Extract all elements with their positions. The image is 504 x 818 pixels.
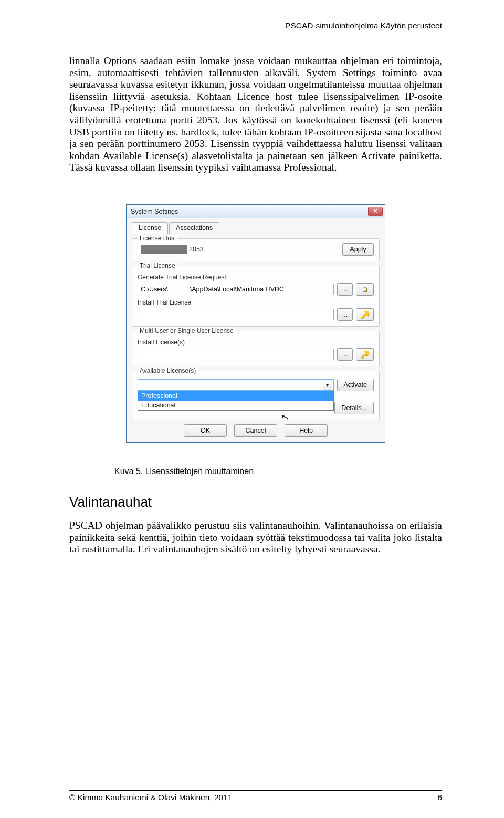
install-trial-input[interactable]	[138, 309, 334, 320]
ip-masked	[141, 245, 187, 254]
trial-generate-button[interactable]: 🗎	[356, 283, 374, 296]
install-licenses-browse-button[interactable]: ...	[337, 348, 353, 361]
multi-user-legend: Multi-User or Single User License	[138, 327, 236, 334]
ok-button[interactable]: OK	[184, 424, 227, 437]
option-educational[interactable]: Educational	[138, 401, 333, 410]
license-host-value: 2053	[189, 246, 204, 253]
figure-caption: Kuva 5. Lisenssitietojen muuttaminen	[114, 467, 442, 476]
section-paragraph: PSCAD ohjelman päävalikko perustuu siis …	[69, 520, 442, 555]
chevron-down-icon: ▾	[323, 381, 332, 390]
close-button[interactable]: ✕	[368, 207, 383, 216]
header-rule	[69, 33, 442, 33]
option-professional[interactable]: Professional	[138, 391, 333, 401]
cancel-button[interactable]: Cancel	[234, 424, 277, 437]
trial-license-group: Trial License Generate Trial License Req…	[132, 266, 380, 327]
tab-bar: License Associations	[132, 222, 380, 234]
section-heading: Valintanauhat	[69, 494, 442, 510]
install-licenses-label: Install License(s)	[138, 339, 374, 346]
available-licenses-group: Available License(s) ▾ Professional Educ…	[132, 371, 380, 420]
body-paragraph: linnalla Options saadaan esiin lomake jo…	[69, 55, 442, 174]
trial-license-legend: Trial License	[138, 262, 177, 269]
license-select[interactable]: ▾ Professional Educational ↖	[138, 379, 334, 391]
install-licenses-input[interactable]	[138, 349, 334, 360]
tab-associations[interactable]: Associations	[169, 222, 219, 234]
system-settings-dialog: System Settings ✕ License Associations L…	[126, 204, 385, 443]
activate-button[interactable]: Activate	[337, 379, 374, 391]
install-trial-key-button[interactable]: 🔑	[356, 308, 374, 321]
footer-left: © Kimmo Kauhaniemi & Olavi Mäkinen, 2011	[69, 793, 232, 802]
key-icon: 🔑	[361, 311, 370, 318]
generate-trial-label: Generate Trial License Request	[138, 274, 374, 281]
dialog-titlebar[interactable]: System Settings ✕	[127, 205, 385, 218]
license-host-input[interactable]: 2053	[138, 244, 339, 255]
trial-browse-button[interactable]: ...	[337, 283, 353, 296]
available-licenses-legend: Available License(s)	[138, 367, 198, 374]
page-header: PSCAD-simulointiohjelma Käytön perusteet	[69, 21, 442, 30]
install-trial-browse-button[interactable]: ...	[337, 308, 353, 321]
page-footer: © Kimmo Kauhaniemi & Olavi Mäkinen, 2011…	[69, 790, 442, 802]
footer-right: 6	[437, 793, 442, 802]
details-button[interactable]: Details...	[334, 402, 374, 414]
multi-user-group: Multi-User or Single User License Instal…	[132, 331, 380, 366]
document-icon: 🗎	[361, 286, 369, 293]
footer-rule	[69, 790, 442, 791]
license-host-legend: License Host	[138, 235, 178, 242]
help-button[interactable]: Help	[285, 424, 328, 437]
install-trial-label: Install Trial License	[138, 299, 374, 306]
install-licenses-key-button[interactable]: 🔑	[356, 348, 374, 361]
trial-path-input[interactable]	[138, 284, 334, 295]
dialog-title: System Settings	[131, 208, 178, 215]
license-dropdown-list: Professional Educational ↖	[138, 391, 334, 411]
key-icon: 🔑	[361, 351, 370, 358]
tab-license[interactable]: License	[132, 222, 168, 234]
license-host-group: License Host 2053 Apply	[132, 238, 380, 261]
apply-button[interactable]: Apply	[342, 243, 374, 256]
